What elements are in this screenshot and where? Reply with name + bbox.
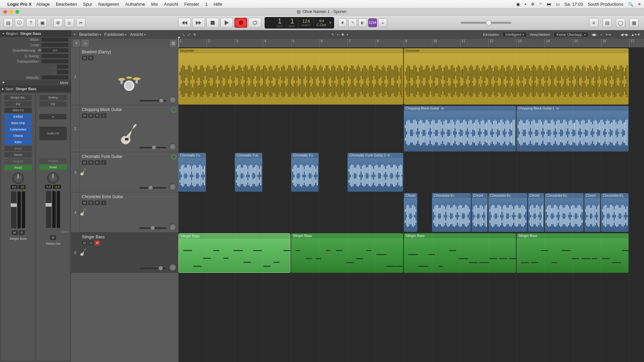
track-header[interactable]: 3 Chromatic Funk Guitar MSRI xyxy=(71,152,178,192)
i-button[interactable]: I xyxy=(101,160,106,165)
region[interactable]: Chroni xyxy=(528,193,544,232)
loop-checkbox[interactable] xyxy=(42,43,68,47)
ruler-bar[interactable]: 13 xyxy=(517,39,522,47)
playhead[interactable] xyxy=(178,39,179,47)
record-button[interactable] xyxy=(234,18,247,28)
i-button[interactable]: I xyxy=(101,200,106,205)
smart-controls-button[interactable]: ✲ xyxy=(53,18,63,27)
track-volume-slider[interactable] xyxy=(140,187,166,189)
pointer-tool-icon[interactable]: ↖ xyxy=(331,33,334,37)
menu-ansicht[interactable]: Ansicht xyxy=(164,2,178,7)
display-icon[interactable]: ▭ xyxy=(556,2,560,7)
s-button[interactable]: S xyxy=(88,113,94,118)
m-button[interactable]: M xyxy=(82,241,87,245)
r-button[interactable]: R xyxy=(95,160,100,165)
forward-button[interactable] xyxy=(192,18,205,28)
editors-button[interactable]: ✂ xyxy=(76,18,86,27)
qswing-field[interactable] xyxy=(42,54,68,58)
ruler-bar[interactable]: 9 xyxy=(404,39,407,47)
region[interactable]: Chronicles Ec xyxy=(432,193,471,232)
region[interactable]: Chromatic Fu xyxy=(178,153,206,192)
ruler-bar[interactable]: 14 xyxy=(545,39,550,47)
ruler-bar[interactable]: 8 xyxy=(376,39,379,47)
replace-mode-button[interactable]: ✖ xyxy=(338,18,347,27)
zoom-icon[interactable]: ⫟ xyxy=(599,33,603,37)
track-header[interactable]: 1 Bluebird (Darcy) MS xyxy=(71,48,178,105)
track-pan-knob[interactable] xyxy=(169,224,176,231)
automation-mode[interactable]: Read xyxy=(39,165,67,170)
tuner-button[interactable]: ◧ xyxy=(358,18,367,27)
menu-hilfe[interactable]: Hilfe xyxy=(214,2,222,7)
region[interactable]: Chroni xyxy=(472,193,488,232)
global-tracks-button[interactable]: ▥ xyxy=(170,40,176,47)
automation-indicator[interactable] xyxy=(171,107,176,113)
quantize-select[interactable]: aus xyxy=(42,48,68,52)
lane-chopping[interactable]: Chopping Block Guitar ⟲Chopping Block Gu… xyxy=(178,105,644,152)
pan-knob[interactable] xyxy=(47,172,59,184)
ruler-bar[interactable]: 10 xyxy=(432,39,437,47)
s-button[interactable]: S xyxy=(88,241,94,245)
functions-menu[interactable]: Funktionen ▾ xyxy=(104,32,126,37)
track-header[interactable]: 2 Chopping Block Guitar MSRI xyxy=(71,105,178,152)
instrument-slot[interactable]: EXS24 xyxy=(4,114,32,119)
flex-icon[interactable]: ⤢ xyxy=(187,33,191,37)
region[interactable]: Chroni xyxy=(404,193,417,232)
i-button[interactable]: I xyxy=(101,113,106,118)
track-header[interactable]: 5 Stinger Bass MSR xyxy=(71,233,178,273)
help-button[interactable]: ? xyxy=(26,18,36,27)
region[interactable]: Chroni xyxy=(584,193,600,232)
back-icon[interactable]: ↰ xyxy=(73,33,76,37)
r-button[interactable]: R xyxy=(95,113,100,118)
volume-fader[interactable] xyxy=(46,191,51,228)
transpose-field[interactable] xyxy=(42,59,68,63)
library-button[interactable]: ▤ xyxy=(3,18,13,27)
fx-slot[interactable]: Bass Amp xyxy=(4,120,32,126)
spotlight-icon[interactable]: 🔍 xyxy=(628,2,633,7)
zoom-button[interactable] xyxy=(15,10,19,14)
region[interactable]: Stinger Bass xyxy=(178,233,290,273)
fx-slot[interactable]: Chorus xyxy=(4,133,32,138)
m-button[interactable]: M xyxy=(82,56,87,60)
region[interactable]: Stinger Bass xyxy=(517,233,629,273)
notes-button[interactable]: ▤ xyxy=(602,18,612,27)
group-slot[interactable]: Gruppe xyxy=(4,159,32,164)
ruler-bar[interactable]: 12 xyxy=(488,39,493,47)
ruler-bar[interactable]: 7 xyxy=(347,39,351,47)
r-button[interactable]: R xyxy=(95,200,100,205)
ruler-bar[interactable]: 16 xyxy=(601,39,606,47)
zoom-h-icon[interactable]: ◀━▶ xyxy=(621,33,628,37)
region[interactable]: Chronicles Ec xyxy=(488,193,527,232)
snap-select[interactable]: Intelligent▾ xyxy=(502,32,527,37)
track-volume-slider[interactable] xyxy=(140,100,166,102)
region[interactable]: Stinger Bass xyxy=(291,233,403,273)
stop-button[interactable] xyxy=(206,18,219,28)
m-button[interactable]: M xyxy=(82,113,87,118)
ruler-bar[interactable]: 3 xyxy=(235,39,238,47)
zoom-v-icon[interactable]: ▲━▼ xyxy=(631,33,641,37)
status-icon[interactable]: ✲ xyxy=(531,2,535,7)
loops-button[interactable]: ◯ xyxy=(616,18,625,27)
mute-button[interactable]: M xyxy=(50,235,56,240)
zoom-icon[interactable]: ◀▶ xyxy=(591,33,597,37)
edit-menu[interactable]: Bearbeiten ▾ xyxy=(79,32,101,37)
add-track-button[interactable]: + xyxy=(73,40,80,47)
track-pan-knob[interactable] xyxy=(169,143,176,150)
region[interactable]: Chromatic Funk Guitar.3 ⟲ xyxy=(347,153,403,192)
cycle-button[interactable] xyxy=(249,18,261,28)
volume-fader[interactable] xyxy=(11,191,16,228)
browser-button[interactable]: ▦ xyxy=(629,18,639,27)
velocity-field[interactable] xyxy=(42,75,68,79)
clock[interactable]: Sa. 17:03 xyxy=(565,2,583,7)
region[interactable]: Chopping Block Guitar ⟲ xyxy=(404,106,516,152)
close-button[interactable] xyxy=(3,10,7,14)
track-pan-knob[interactable] xyxy=(169,96,176,104)
marquee-tool-icon[interactable]: ✚ xyxy=(341,33,344,37)
zoom-icon[interactable]: ⟷ xyxy=(606,33,611,37)
midifx-slot[interactable]: MIDI-FX xyxy=(4,108,32,113)
duplicate-track-button[interactable]: ▭ xyxy=(82,40,89,47)
bluetooth-icon[interactable]: ⌔ xyxy=(539,2,542,7)
output-slot[interactable]: Stereo xyxy=(4,152,32,158)
m-button[interactable]: M xyxy=(82,160,87,165)
status-icon[interactable]: ◉ xyxy=(516,2,520,7)
region[interactable]: Chromatic Fun xyxy=(235,153,262,192)
